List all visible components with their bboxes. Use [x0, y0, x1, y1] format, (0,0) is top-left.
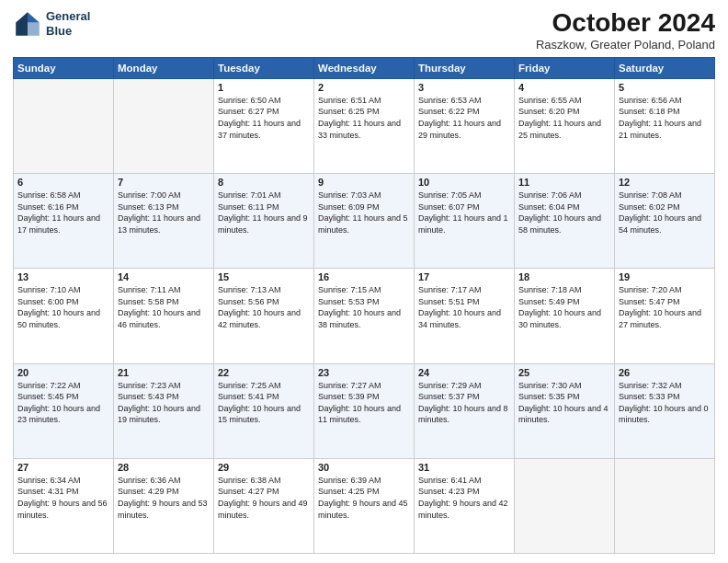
day-number: 7	[118, 177, 210, 188]
day-number: 25	[518, 367, 610, 378]
cell-text: Sunrise: 7:08 AM Sunset: 6:02 PM Dayligh…	[619, 190, 711, 236]
calendar-cell: 3Sunrise: 6:53 AM Sunset: 6:22 PM Daylig…	[415, 78, 515, 173]
week-row-1: 1Sunrise: 6:50 AM Sunset: 6:27 PM Daylig…	[14, 78, 715, 173]
subtitle: Raszkow, Greater Poland, Poland	[536, 38, 715, 52]
logo-icon	[13, 9, 42, 39]
cell-text: Sunrise: 6:36 AM Sunset: 4:29 PM Dayligh…	[118, 475, 210, 521]
day-number: 29	[218, 462, 310, 473]
calendar-cell: 26Sunrise: 7:32 AM Sunset: 5:33 PM Dayli…	[615, 363, 715, 458]
calendar-cell: 12Sunrise: 7:08 AM Sunset: 6:02 PM Dayli…	[615, 174, 715, 269]
day-header-sunday: Sunday	[14, 57, 114, 78]
cell-text: Sunrise: 7:30 AM Sunset: 5:35 PM Dayligh…	[518, 380, 610, 426]
logo-text: General Blue	[46, 9, 90, 38]
svg-marker-1	[28, 22, 40, 35]
calendar-cell: 10Sunrise: 7:05 AM Sunset: 6:07 PM Dayli…	[415, 174, 515, 269]
cell-text: Sunrise: 6:55 AM Sunset: 6:20 PM Dayligh…	[518, 95, 610, 141]
cell-text: Sunrise: 7:32 AM Sunset: 5:33 PM Dayligh…	[619, 380, 711, 426]
calendar-cell: 6Sunrise: 6:58 AM Sunset: 6:16 PM Daylig…	[14, 174, 114, 269]
day-header-thursday: Thursday	[415, 57, 515, 78]
week-row-3: 13Sunrise: 7:10 AM Sunset: 6:00 PM Dayli…	[14, 269, 715, 363]
calendar-cell: 27Sunrise: 6:34 AM Sunset: 4:31 PM Dayli…	[14, 458, 114, 553]
cell-text: Sunrise: 7:01 AM Sunset: 6:11 PM Dayligh…	[218, 190, 310, 236]
calendar-cell	[14, 78, 114, 173]
day-number: 15	[218, 271, 310, 282]
day-number: 1	[218, 82, 310, 93]
cell-text: Sunrise: 7:23 AM Sunset: 5:43 PM Dayligh…	[118, 380, 210, 426]
cell-text: Sunrise: 7:05 AM Sunset: 6:07 PM Dayligh…	[418, 190, 510, 236]
day-number: 24	[418, 367, 510, 378]
calendar-cell: 5Sunrise: 6:56 AM Sunset: 6:18 PM Daylig…	[615, 78, 715, 173]
logo: General Blue	[13, 9, 90, 39]
calendar-cell	[615, 458, 715, 553]
day-number: 21	[118, 367, 210, 378]
week-row-2: 6Sunrise: 6:58 AM Sunset: 6:16 PM Daylig…	[14, 174, 715, 269]
week-row-5: 27Sunrise: 6:34 AM Sunset: 4:31 PM Dayli…	[14, 458, 715, 553]
title-block: October 2024 Raszkow, Greater Poland, Po…	[536, 9, 715, 52]
day-number: 3	[418, 82, 510, 93]
cell-text: Sunrise: 6:56 AM Sunset: 6:18 PM Dayligh…	[619, 95, 711, 141]
days-header-row: SundayMondayTuesdayWednesdayThursdayFrid…	[14, 57, 715, 78]
calendar-cell: 1Sunrise: 6:50 AM Sunset: 6:27 PM Daylig…	[214, 78, 314, 173]
cell-text: Sunrise: 7:06 AM Sunset: 6:04 PM Dayligh…	[518, 190, 610, 236]
calendar-cell: 25Sunrise: 7:30 AM Sunset: 5:35 PM Dayli…	[515, 363, 615, 458]
cell-text: Sunrise: 7:22 AM Sunset: 5:45 PM Dayligh…	[17, 380, 109, 426]
cell-text: Sunrise: 6:39 AM Sunset: 4:25 PM Dayligh…	[318, 475, 410, 521]
calendar-cell	[515, 458, 615, 553]
day-number: 11	[518, 177, 610, 188]
day-number: 14	[118, 271, 210, 282]
page: General Blue October 2024 Raszkow, Great…	[0, 0, 728, 563]
calendar-cell: 30Sunrise: 6:39 AM Sunset: 4:25 PM Dayli…	[314, 458, 415, 553]
cell-text: Sunrise: 6:53 AM Sunset: 6:22 PM Dayligh…	[418, 95, 510, 141]
calendar-cell: 7Sunrise: 7:00 AM Sunset: 6:13 PM Daylig…	[114, 174, 214, 269]
calendar-cell: 23Sunrise: 7:27 AM Sunset: 5:39 PM Dayli…	[314, 363, 415, 458]
calendar-cell: 18Sunrise: 7:18 AM Sunset: 5:49 PM Dayli…	[515, 269, 615, 363]
calendar-cell: 14Sunrise: 7:11 AM Sunset: 5:58 PM Dayli…	[114, 269, 214, 363]
cell-text: Sunrise: 7:27 AM Sunset: 5:39 PM Dayligh…	[318, 380, 410, 426]
calendar-cell: 13Sunrise: 7:10 AM Sunset: 6:00 PM Dayli…	[14, 269, 114, 363]
day-number: 28	[118, 462, 210, 473]
day-number: 31	[418, 462, 510, 473]
calendar-cell: 31Sunrise: 6:41 AM Sunset: 4:23 PM Dayli…	[415, 458, 515, 553]
cell-text: Sunrise: 6:58 AM Sunset: 6:16 PM Dayligh…	[17, 190, 109, 236]
day-header-wednesday: Wednesday	[314, 57, 415, 78]
cell-text: Sunrise: 7:20 AM Sunset: 5:47 PM Dayligh…	[619, 284, 711, 330]
cell-text: Sunrise: 7:17 AM Sunset: 5:51 PM Dayligh…	[418, 284, 510, 330]
calendar-cell: 16Sunrise: 7:15 AM Sunset: 5:53 PM Dayli…	[314, 269, 415, 363]
calendar-cell	[114, 78, 214, 173]
day-number: 18	[518, 271, 610, 282]
cell-text: Sunrise: 7:11 AM Sunset: 5:58 PM Dayligh…	[118, 284, 210, 330]
header: General Blue October 2024 Raszkow, Great…	[13, 9, 715, 52]
day-header-monday: Monday	[114, 57, 214, 78]
calendar-cell: 11Sunrise: 7:06 AM Sunset: 6:04 PM Dayli…	[515, 174, 615, 269]
cell-text: Sunrise: 7:29 AM Sunset: 5:37 PM Dayligh…	[418, 380, 510, 426]
calendar-head: SundayMondayTuesdayWednesdayThursdayFrid…	[14, 57, 715, 78]
calendar-cell: 19Sunrise: 7:20 AM Sunset: 5:47 PM Dayli…	[615, 269, 715, 363]
day-number: 20	[17, 367, 109, 378]
day-header-tuesday: Tuesday	[214, 57, 314, 78]
day-number: 8	[218, 177, 310, 188]
cell-text: Sunrise: 6:34 AM Sunset: 4:31 PM Dayligh…	[17, 475, 109, 521]
day-header-saturday: Saturday	[615, 57, 715, 78]
day-number: 17	[418, 271, 510, 282]
cell-text: Sunrise: 7:18 AM Sunset: 5:49 PM Dayligh…	[518, 284, 610, 330]
calendar-cell: 20Sunrise: 7:22 AM Sunset: 5:45 PM Dayli…	[14, 363, 114, 458]
cell-text: Sunrise: 6:41 AM Sunset: 4:23 PM Dayligh…	[418, 475, 510, 521]
cell-text: Sunrise: 7:13 AM Sunset: 5:56 PM Dayligh…	[218, 284, 310, 330]
cell-text: Sunrise: 6:38 AM Sunset: 4:27 PM Dayligh…	[218, 475, 310, 521]
cell-text: Sunrise: 7:03 AM Sunset: 6:09 PM Dayligh…	[318, 190, 410, 236]
calendar-cell: 21Sunrise: 7:23 AM Sunset: 5:43 PM Dayli…	[114, 363, 214, 458]
cell-text: Sunrise: 6:50 AM Sunset: 6:27 PM Dayligh…	[218, 95, 310, 141]
day-header-friday: Friday	[515, 57, 615, 78]
day-number: 4	[518, 82, 610, 93]
day-number: 22	[218, 367, 310, 378]
calendar-cell: 15Sunrise: 7:13 AM Sunset: 5:56 PM Dayli…	[214, 269, 314, 363]
day-number: 2	[318, 82, 410, 93]
calendar-body: 1Sunrise: 6:50 AM Sunset: 6:27 PM Daylig…	[14, 78, 715, 553]
day-number: 13	[17, 271, 109, 282]
calendar-cell: 9Sunrise: 7:03 AM Sunset: 6:09 PM Daylig…	[314, 174, 415, 269]
day-number: 6	[17, 177, 109, 188]
calendar-cell: 29Sunrise: 6:38 AM Sunset: 4:27 PM Dayli…	[214, 458, 314, 553]
cell-text: Sunrise: 7:10 AM Sunset: 6:00 PM Dayligh…	[17, 284, 109, 330]
day-number: 23	[318, 367, 410, 378]
day-number: 27	[17, 462, 109, 473]
